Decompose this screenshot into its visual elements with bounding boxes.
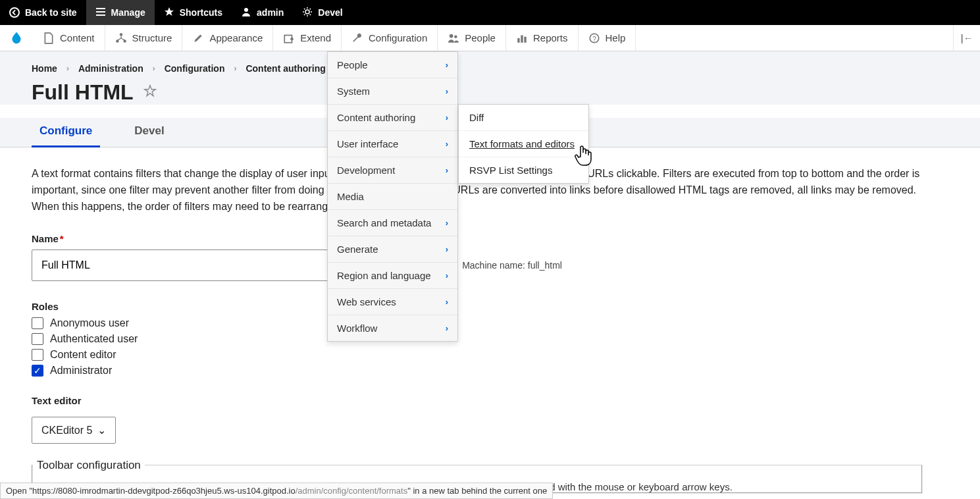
machine-name-label: Machine name: full_html xyxy=(462,260,562,271)
menu-configuration[interactable]: Configuration xyxy=(342,25,438,51)
dd-user-interface[interactable]: User interface› xyxy=(328,131,457,157)
chevron-right-icon: › xyxy=(446,244,448,254)
dd-workflow[interactable]: Workflow› xyxy=(328,315,457,341)
chevron-down-icon: ⌄ xyxy=(97,424,106,436)
status-suffix: " in a new tab behind the current one xyxy=(407,486,547,496)
toolbar-collapse-icon[interactable]: |← xyxy=(954,25,980,51)
dd-region-language[interactable]: Region and language› xyxy=(328,263,457,289)
tab-devel[interactable]: Devel xyxy=(126,118,172,147)
sm-rsvp-list[interactable]: RSVP List Settings xyxy=(459,157,588,183)
chevron-right-icon: › xyxy=(446,60,448,70)
menu-configuration-label: Configuration xyxy=(369,32,427,43)
tab-configure[interactable]: Configure xyxy=(32,118,100,147)
manage-toggle[interactable]: Manage xyxy=(86,0,155,25)
role-authenticated[interactable]: Authenticated user xyxy=(32,333,923,345)
roles-label: Roles xyxy=(32,301,923,312)
admin-menu-bar: Content Structure Appearance Extend Conf… xyxy=(0,25,980,51)
svg-point-0 xyxy=(244,8,248,12)
text-editor-select[interactable]: CKEditor 5 ⌄ xyxy=(32,417,116,444)
favorite-star-icon[interactable] xyxy=(143,84,157,102)
breadcrumb-home[interactable]: Home xyxy=(32,63,57,74)
svg-rect-10 xyxy=(521,35,523,42)
toolbar-config-legend: Toolbar configuration xyxy=(33,459,145,472)
menu-help[interactable]: ? Help xyxy=(579,25,636,51)
manage-label: Manage xyxy=(111,7,145,18)
sm-diff[interactable]: Diff xyxy=(459,105,588,131)
checkbox-icon xyxy=(32,317,43,329)
role-administrator[interactable]: ✓ Administrator xyxy=(32,365,923,377)
svg-point-8 xyxy=(454,35,457,38)
menu-structure-label: Structure xyxy=(132,32,172,43)
shortcuts-link[interactable]: Shortcuts xyxy=(155,0,232,25)
breadcrumb-admin[interactable]: Administration xyxy=(78,63,143,74)
dd-generate[interactable]: Generate› xyxy=(328,236,457,263)
sm-text-formats[interactable]: Text formats and editors xyxy=(459,131,588,157)
svg-point-6 xyxy=(291,37,294,40)
shortcuts-label: Shortcuts xyxy=(180,7,222,18)
checkbox-checked-icon: ✓ xyxy=(32,365,43,377)
chevron-right-icon: › xyxy=(446,271,448,280)
back-label: Back to site xyxy=(25,7,77,18)
chevron-right-icon: › xyxy=(446,165,448,175)
svg-point-7 xyxy=(450,34,453,38)
status-path: /admin/config/content/formats xyxy=(296,486,408,496)
select-value: CKEditor 5 xyxy=(41,425,92,436)
tree-icon xyxy=(115,32,127,44)
role-anonymous[interactable]: Anonymous user xyxy=(32,317,923,329)
status-tooltip: Open "https://8080-imrodmartin-ddevgitpo… xyxy=(0,483,553,499)
menu-reports-label: Reports xyxy=(533,32,568,43)
chevron-right-icon: › xyxy=(446,139,448,149)
menu-reports[interactable]: Reports xyxy=(506,25,579,51)
dd-development[interactable]: Development› xyxy=(328,157,457,184)
wrench-icon xyxy=(351,32,363,44)
breadcrumb-content-authoring[interactable]: Content authoring xyxy=(245,63,325,74)
role-label: Authenticated user xyxy=(50,333,138,345)
back-to-site-link[interactable]: Back to site xyxy=(0,0,86,25)
role-label: Anonymous user xyxy=(50,317,129,329)
menu-content-label: Content xyxy=(60,32,95,43)
dd-search-metadata[interactable]: Search and metadata› xyxy=(328,210,457,236)
chevron-right-icon: › xyxy=(446,113,448,122)
drupal-logo-icon[interactable] xyxy=(0,25,33,51)
menu-appearance-label: Appearance xyxy=(209,32,263,43)
name-label: Name* xyxy=(32,233,923,244)
page-title-text: Full HTML xyxy=(32,80,134,105)
dd-system[interactable]: System› xyxy=(328,78,457,105)
menu-structure[interactable]: Structure xyxy=(105,25,183,51)
role-content-editor[interactable]: Content editor xyxy=(32,349,923,361)
name-field-group: Name* Machine name: full_html xyxy=(32,233,923,281)
svg-rect-11 xyxy=(524,36,526,42)
menu-content[interactable]: Content xyxy=(33,25,105,51)
top-black-bar: Back to site Manage Shortcuts admin Deve… xyxy=(0,0,980,25)
svg-point-1 xyxy=(305,10,309,14)
checkbox-icon xyxy=(32,349,43,361)
dd-people[interactable]: People› xyxy=(328,52,457,78)
user-icon xyxy=(241,7,251,19)
svg-point-2 xyxy=(119,33,122,36)
checkbox-icon xyxy=(32,333,43,345)
menu-people[interactable]: People xyxy=(438,25,506,51)
star-icon xyxy=(164,7,174,19)
help-icon: ? xyxy=(588,32,600,44)
chevron-right-icon: › xyxy=(446,86,448,96)
dd-web-services[interactable]: Web services› xyxy=(328,289,457,315)
breadcrumb-config[interactable]: Configuration xyxy=(165,63,225,74)
dd-media[interactable]: Media xyxy=(328,184,457,210)
admin-label: admin xyxy=(257,7,284,18)
content-authoring-submenu: Diff Text formats and editors RSVP List … xyxy=(458,104,589,184)
svg-text:?: ? xyxy=(592,35,596,42)
menu-extend[interactable]: Extend xyxy=(273,25,342,51)
page-title: Full HTML xyxy=(32,80,948,105)
dd-content-authoring[interactable]: Content authoring› xyxy=(328,105,457,131)
configuration-dropdown: People› System› Content authoring› User … xyxy=(327,51,458,342)
people-icon xyxy=(448,32,459,44)
admin-user-link[interactable]: admin xyxy=(232,0,293,25)
devel-link-top[interactable]: Devel xyxy=(293,0,351,25)
file-icon xyxy=(43,32,55,44)
chevron-right-icon: › xyxy=(446,323,448,333)
svg-rect-9 xyxy=(517,38,519,43)
chart-icon xyxy=(516,32,528,44)
hamburger-icon xyxy=(95,7,106,19)
role-label: Administrator xyxy=(50,365,112,377)
menu-appearance[interactable]: Appearance xyxy=(182,25,273,51)
